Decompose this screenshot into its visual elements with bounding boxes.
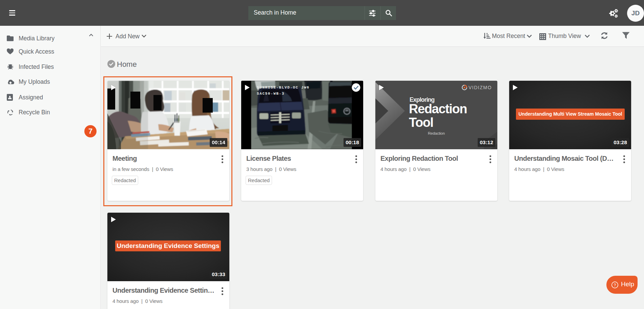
svg-text:?: ? (614, 283, 616, 287)
svg-text:SUNRISE-BLVD-OC JW6: SUNRISE-BLVD-OC JW6 (257, 85, 310, 90)
svg-text:Redaction: Redaction (428, 131, 445, 135)
svg-text:Redaction: Redaction (409, 102, 467, 116)
svg-text:SAC50-WB-3: SAC50-WB-3 (257, 92, 285, 96)
svg-text:Tool: Tool (409, 115, 433, 130)
svg-text:VIDIZMO: VIDIZMO (469, 85, 492, 90)
